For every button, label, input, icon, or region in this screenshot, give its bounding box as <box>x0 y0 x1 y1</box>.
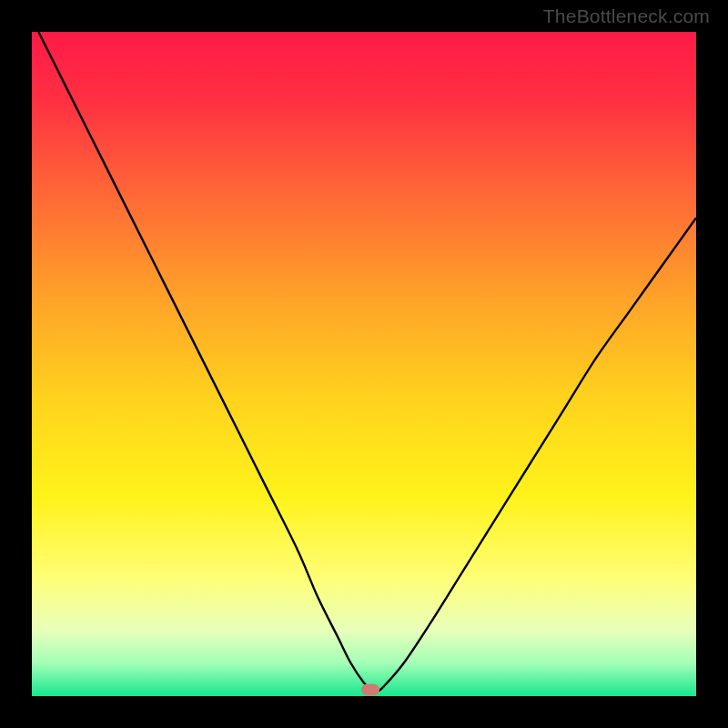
chart-curve <box>32 32 696 696</box>
outer-frame: TheBottleneck.com <box>0 0 728 728</box>
watermark-text: TheBottleneck.com <box>543 5 710 27</box>
chart-plot-area <box>32 32 696 696</box>
min-point-marker <box>361 683 379 695</box>
